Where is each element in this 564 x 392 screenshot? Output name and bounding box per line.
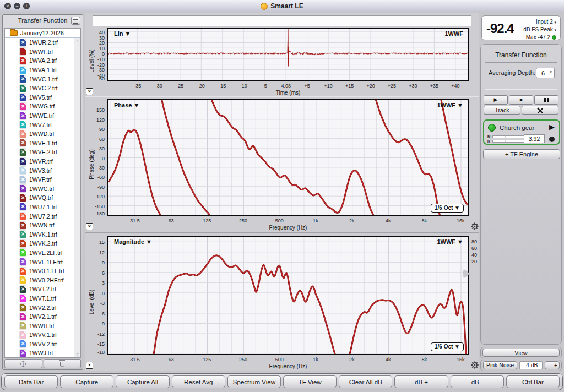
y-tick-label: 90	[86, 127, 105, 132]
file-item[interactable]: ✕1WU7.1.trf	[5, 203, 80, 212]
file-name: 1WVC.2.trf	[29, 85, 57, 91]
input-select[interactable]: Input 2 ▾	[536, 19, 556, 25]
tools-button[interactable]	[522, 106, 558, 115]
file-item[interactable]: ✕1WVQ.trf	[5, 193, 80, 203]
y-tick-label: 6	[86, 270, 105, 276]
magnitude-trace-select[interactable]: 1WWF ▼	[437, 238, 463, 245]
play-button[interactable]: ▶	[484, 95, 508, 105]
impulse-close-button[interactable]: ×	[86, 88, 93, 95]
file-item[interactable]: ✕1WVK.1.trf	[5, 230, 80, 239]
file-item[interactable]: ✕1WVA.1.trf	[5, 66, 80, 75]
file-name: 1WVK.2.trf	[29, 240, 57, 247]
phase-settings-gear-icon[interactable]	[471, 222, 479, 230]
track-button[interactable]: Track	[484, 106, 520, 115]
phase-trace-select[interactable]: 1WWF ▼	[437, 102, 463, 108]
pink-noise-button[interactable]: Pink Noise	[483, 361, 517, 369]
meter-mode-select[interactable]: dB FS Peak ▾	[523, 26, 556, 32]
phase-close-button[interactable]: ×	[86, 223, 93, 230]
toolbar-button-db-[interactable]: dB -	[451, 375, 504, 388]
file-item[interactable]: ✕1WVT.2.trf	[5, 285, 80, 294]
impulse-type-dropdown[interactable]: Lin ▼	[114, 30, 131, 37]
impulse-plot[interactable]: Lin ▼1WWF	[107, 28, 469, 81]
toolbar-button-data-bar[interactable]: Data Bar	[4, 375, 58, 388]
file-item[interactable]: ✕1WV5.trf	[5, 93, 80, 102]
pause-button[interactable]	[534, 95, 558, 105]
trf-file-icon: ✕	[20, 67, 26, 74]
toolbar-button-db-[interactable]: dB +	[394, 375, 448, 388]
file-item[interactable]: ✕1WV7.trf	[5, 120, 80, 129]
file-item[interactable]: ✕1WVT.1.trf	[5, 294, 80, 303]
file-delete-button[interactable]	[44, 359, 82, 368]
file-item[interactable]: ✕1WU7.2.trf	[5, 211, 80, 221]
file-name: 1WVT.2.trf	[29, 286, 56, 292]
trf-file-icon: ✕	[20, 313, 26, 320]
file-item[interactable]: ✕1WWJ.trf	[5, 349, 80, 358]
engine-record-icon[interactable]	[549, 137, 555, 142]
file-name: 1WVA.1.trf	[29, 67, 57, 73]
generator-level-plus-button[interactable]: +	[552, 361, 560, 369]
file-list-scrollbar[interactable]: ▵ ▿	[74, 38, 80, 357]
file-item[interactable]: ✕1WVC.2.trf	[5, 84, 80, 93]
magnitude-smoothing-dropdown[interactable]: 1/6 Oct ▼	[431, 342, 464, 351]
file-item[interactable]: ✕1WWC.trf	[5, 184, 80, 194]
toolbar-button-spectrum-view[interactable]: Spectrum View	[227, 375, 281, 388]
engine-play-icon[interactable]: ▶	[549, 123, 555, 131]
toolbar-button-capture[interactable]: Capture	[60, 375, 113, 388]
file-item[interactable]: ✕1WVL.2LF.trf	[5, 248, 80, 258]
file-item[interactable]: ✕1WV0.2HF.trf	[5, 275, 80, 285]
file-item[interactable]: ✕1WVL.1LF.trf	[5, 257, 80, 266]
folder-row[interactable]: January12.2026	[5, 29, 80, 38]
phase-type-dropdown[interactable]: Phase ▼	[114, 102, 139, 108]
file-item[interactable]: ✕1WWN.trf	[5, 221, 80, 230]
file-item[interactable]: ✕1WVV.1.trf	[5, 330, 80, 340]
file-item[interactable]: 1WWF.trf	[5, 47, 80, 57]
file-item[interactable]: ✕1WWD.trf	[5, 129, 80, 139]
file-item[interactable]: ✕1WV2.2.trf	[5, 303, 80, 312]
file-item[interactable]: ✕1WWG.trf	[5, 102, 80, 111]
magnitude-settings-gear-icon[interactable]	[471, 361, 479, 369]
file-item[interactable]: ✕1WV3.trf	[5, 166, 80, 175]
toolbar-button-tf-view[interactable]: TF View	[283, 375, 337, 388]
toolbar-button-clear-all-db[interactable]: Clear All dB	[339, 375, 392, 388]
file-item[interactable]: ✕1WUR.2.trf	[5, 38, 80, 47]
averaging-depth-select[interactable]: 6▾	[536, 68, 555, 78]
file-name: 1WWE.trf	[29, 112, 54, 119]
x-tick-label: +10	[317, 83, 339, 89]
magnitude-plot[interactable]: Magnitude ▼1WWF ▼1/6 Oct ▼	[107, 236, 469, 355]
file-item[interactable]: ✕1WV0.1.LF.trf	[5, 266, 80, 276]
toolbar-button-reset-avg[interactable]: Reset Avg	[172, 375, 225, 388]
file-item[interactable]: ✕1WVA.2.trf	[5, 56, 80, 66]
chart-splitter[interactable]	[85, 96, 479, 97]
y-tick-label: 0	[86, 291, 105, 296]
sidebar-menu-icon[interactable]	[71, 17, 80, 25]
scroll-up-icon[interactable]: ▵	[74, 39, 80, 43]
x-tick-label: 2k	[341, 218, 363, 224]
engine-delay-value[interactable]: 3.92	[524, 134, 545, 143]
toolbar-button-capture-all[interactable]: Capture All	[116, 375, 169, 388]
file-item[interactable]: ✕1WVK.2.trf	[5, 239, 80, 248]
file-item[interactable]: ✕1WVE.1.trf	[5, 139, 80, 148]
tf-engine-panel[interactable]: Church gear ▶ M R 3.92	[483, 119, 560, 145]
file-item[interactable]: ✕1WVP.trf	[5, 175, 80, 184]
stop-button[interactable]: ■	[509, 95, 533, 105]
file-item[interactable]: ✕1WWH.trf	[5, 321, 80, 330]
file-item[interactable]: ✕1WWE.trf	[5, 111, 80, 121]
file-name: 1WVC.1.trf	[29, 76, 57, 83]
magnitude-close-button[interactable]: ×	[86, 362, 93, 369]
toolbar-button-ctrl-bar[interactable]: Ctrl Bar	[506, 375, 560, 388]
add-tf-engine-button[interactable]: + TF Engine	[483, 149, 560, 159]
phase-smoothing-dropdown[interactable]: 1/6 Oct ▼	[431, 204, 464, 213]
file-item[interactable]: ✕1WV2.1.trf	[5, 312, 80, 322]
file-info-button[interactable]: i	[4, 359, 42, 368]
scroll-down-icon[interactable]: ▿	[74, 352, 80, 357]
file-item[interactable]: ✕1WVC.1.trf	[5, 74, 80, 84]
file-item[interactable]: ✕1WVV.2.trf	[5, 340, 80, 349]
coherence-threshold-handle[interactable]	[464, 270, 470, 277]
phase-plot[interactable]: Phase ▼1WWF ▼1/6 Oct ▼	[107, 99, 469, 216]
file-item[interactable]: ✕1WVR.trf	[5, 157, 80, 166]
file-item[interactable]: ✕1WVE.2.trf	[5, 148, 80, 157]
magnitude-type-dropdown[interactable]: Magnitude ▼	[114, 238, 152, 245]
generator-level-minus-button[interactable]: -	[545, 361, 552, 369]
view-button[interactable]: View	[482, 349, 560, 357]
chart-splitter[interactable]	[85, 232, 479, 233]
